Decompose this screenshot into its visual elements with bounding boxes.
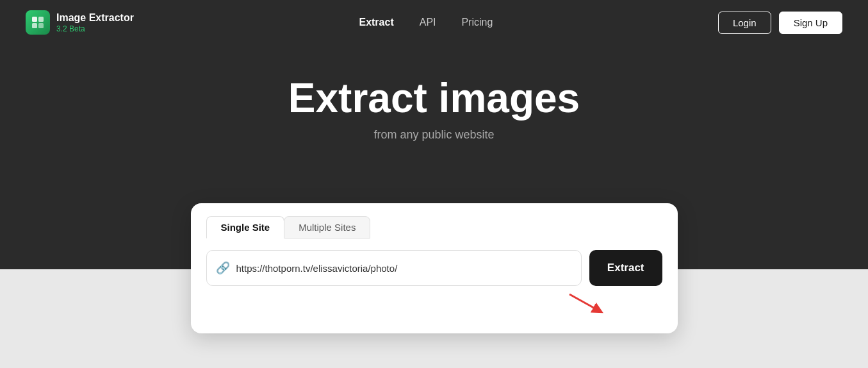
nav-link-pricing[interactable]: Pricing: [462, 17, 493, 28]
svg-line-5: [569, 294, 598, 310]
logo-icon: [26, 10, 50, 35]
logo-version: 3.2 Beta: [56, 24, 134, 33]
navbar: Image Extractor 3.2 Beta Extract API Pri…: [0, 0, 868, 45]
top-section: Image Extractor 3.2 Beta Extract API Pri…: [0, 0, 868, 269]
input-row: 🔗 Extract: [206, 250, 662, 286]
url-input-wrap: 🔗: [206, 250, 582, 286]
nav-actions: Login Sign Up: [718, 12, 842, 34]
card-wrapper: Single Site Multiple Sites 🔗 Extract: [191, 203, 678, 333]
hero-subtitle: from any public website: [373, 128, 494, 142]
nav-link-extract[interactable]: Extract: [359, 17, 393, 28]
arrow-wrapper: [206, 291, 662, 314]
signup-button[interactable]: Sign Up: [779, 12, 842, 34]
tabs: Single Site Multiple Sites: [206, 216, 662, 238]
tab-single-site[interactable]: Single Site: [206, 216, 285, 238]
login-button[interactable]: Login: [718, 12, 771, 34]
logo-text-block: Image Extractor 3.2 Beta: [56, 12, 134, 33]
nav-links: Extract API Pricing: [359, 17, 493, 28]
svg-rect-1: [38, 17, 44, 22]
url-input[interactable]: [236, 263, 572, 274]
extract-button[interactable]: Extract: [589, 250, 662, 286]
tab-multiple-sites[interactable]: Multiple Sites: [284, 216, 370, 238]
card: Single Site Multiple Sites 🔗 Extract: [191, 203, 678, 333]
svg-rect-3: [38, 23, 44, 28]
nav-link-api[interactable]: API: [420, 17, 436, 28]
hero-title: Extract images: [288, 76, 580, 121]
link-icon: 🔗: [216, 261, 230, 275]
svg-rect-0: [32, 17, 37, 22]
logo-name: Image Extractor: [56, 12, 134, 24]
red-arrow-icon: [566, 291, 605, 314]
hero: Extract images from any public website: [0, 45, 868, 142]
svg-rect-2: [32, 23, 37, 28]
logo-area: Image Extractor 3.2 Beta: [26, 10, 134, 35]
